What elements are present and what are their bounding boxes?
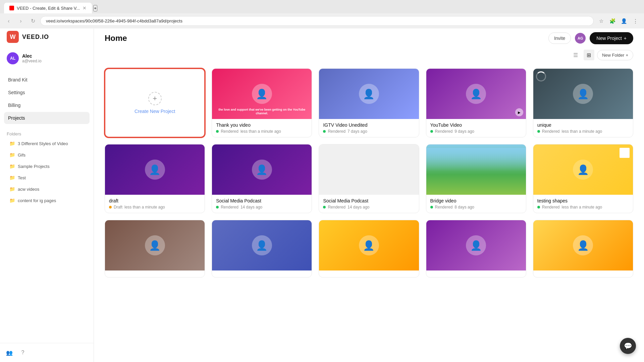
header-actions: Invite AG New Project + xyxy=(548,32,633,44)
play-icon: ▶ xyxy=(515,108,523,116)
project-card-row3b[interactable]: 👤 xyxy=(212,220,312,278)
project-status: Rendered xyxy=(542,205,560,209)
project-info: testing shapes Rendered less than a minu… xyxy=(533,195,633,213)
folder-3-styles[interactable]: 📁 3 Different Styles of Video xyxy=(3,138,91,149)
project-thumb-thankyou: 👤 the love and support that we've been g… xyxy=(212,69,312,119)
project-card-row3d[interactable]: 👤 xyxy=(426,220,526,278)
folder-icon: 📁 xyxy=(9,152,15,158)
chat-widget[interactable]: 💬 xyxy=(620,338,636,354)
project-time: 7 days ago xyxy=(347,129,367,134)
bookmark-icon[interactable]: ☆ xyxy=(596,16,606,26)
sidebar-item-settings[interactable]: Settings xyxy=(4,86,90,99)
project-card-youtube[interactable]: 👤 ▶ YouTube Video Rendered 9 days ago xyxy=(426,68,526,137)
project-meta: Rendered less than a minute ago xyxy=(537,129,629,134)
menu-icon[interactable]: ⋮ xyxy=(631,16,640,26)
project-name: Bridge video xyxy=(430,198,522,203)
project-thumb-testing: 👤 xyxy=(533,144,633,195)
project-card-row3c[interactable]: 👤 xyxy=(319,220,419,278)
new-project-label: New Project xyxy=(596,36,622,41)
tab-favicon xyxy=(9,6,14,10)
folder-content-ig[interactable]: 📁 content for ig pages xyxy=(3,195,91,206)
new-folder-button[interactable]: New Folder + xyxy=(597,50,633,60)
active-tab[interactable]: VEED - Create, Edit & Share V... ✕ xyxy=(4,3,92,13)
tab-close-btn[interactable]: ✕ xyxy=(83,5,87,11)
folder-test[interactable]: 📁 Test xyxy=(3,172,91,183)
user-info[interactable]: AL Alec a@veed.io xyxy=(0,48,94,68)
face-placeholder: 👤 xyxy=(145,235,165,255)
folder-icon: 📁 xyxy=(9,198,15,203)
list-view-btn[interactable]: ☰ xyxy=(570,50,581,60)
folder-gifs[interactable]: 📁 Gifs xyxy=(3,149,91,160)
project-meta: Rendered 7 days ago xyxy=(323,129,415,134)
url-text: veed.io/workspaces/90c06f58-226e-4945-98… xyxy=(46,18,182,23)
project-card-unique[interactable]: 👤 unique Rendered less than a minute ago xyxy=(533,68,633,137)
project-card-bridge[interactable]: Bridge video Rendered 8 days ago xyxy=(426,144,526,213)
project-info: Social Media Podcast Rendered 14 days ag… xyxy=(319,195,419,213)
project-info xyxy=(533,270,633,277)
sidebar-bottom: 👥 ? xyxy=(0,343,94,362)
sidebar-item-projects[interactable]: Projects xyxy=(4,112,90,124)
project-time: less than a minute ago xyxy=(240,129,281,134)
project-card-row3e[interactable]: 👤 xyxy=(533,220,633,278)
status-dot xyxy=(216,130,219,133)
new-tab-button[interactable]: + xyxy=(93,5,97,11)
project-card-thankyou[interactable]: 👤 the love and support that we've been g… xyxy=(212,68,312,137)
avatar: AL xyxy=(7,52,19,64)
status-dot xyxy=(216,206,219,208)
extensions-icon[interactable]: 🧩 xyxy=(608,16,617,26)
create-new-project-card[interactable]: + Create New Project xyxy=(105,68,205,137)
project-status: Rendered xyxy=(435,129,453,134)
invite-button[interactable]: Invite xyxy=(548,33,571,44)
project-card-igtv[interactable]: 👤 IGTV Video Unedited Rendered 7 days ag… xyxy=(319,68,419,137)
reload-button[interactable]: ↻ xyxy=(28,16,38,26)
project-status: Draft xyxy=(114,205,122,209)
grid-view-btn[interactable]: ⊞ xyxy=(584,50,594,60)
user-name: Alec xyxy=(22,53,42,59)
toolbar: ☰ ⊞ New Folder + xyxy=(94,50,644,66)
folder-acw-videos[interactable]: 📁 acw videos xyxy=(3,184,91,194)
status-dot xyxy=(430,206,433,208)
project-status: Rendered xyxy=(328,205,345,209)
main-content: Home Invite AG New Project + ☰ ⊞ New Fol… xyxy=(94,24,644,362)
status-dot xyxy=(430,130,433,133)
user-details: Alec a@veed.io xyxy=(22,53,42,63)
project-status: Rendered xyxy=(542,129,560,134)
status-dot xyxy=(537,130,540,133)
project-name: testing shapes xyxy=(537,198,629,203)
project-card-draft[interactable]: 👤 draft Draft less than a minute ago xyxy=(105,144,205,213)
face-placeholder: 👤 xyxy=(466,235,486,255)
app-wrapper: W VEED.IO AL Alec a@veed.io Brand Kit Se… xyxy=(0,0,644,362)
project-card-social2[interactable]: Social Media Podcast Rendered 14 days ag… xyxy=(319,144,419,213)
tab-title: VEED - Create, Edit & Share V... xyxy=(17,6,80,11)
project-card-social1[interactable]: 👤 Social Media Podcast Rendered 14 days … xyxy=(212,144,312,213)
help-icon[interactable]: ? xyxy=(17,347,28,358)
back-button[interactable]: ‹ xyxy=(4,16,13,26)
project-name: unique xyxy=(537,122,629,128)
sidebar-nav: Brand Kit Settings Billing Projects xyxy=(0,71,94,127)
team-icon[interactable]: 👥 xyxy=(4,347,15,358)
projects-grid: + Create New Project 👤 the love and supp… xyxy=(94,66,644,288)
project-card-testing[interactable]: 👤 testing shapes Rendered less than a mi… xyxy=(533,144,633,213)
user-email: a@veed.io xyxy=(22,59,42,63)
project-info: IGTV Video Unedited Rendered 7 days ago xyxy=(319,119,419,137)
new-project-button[interactable]: New Project + xyxy=(590,32,633,44)
forward-button[interactable]: › xyxy=(16,16,25,26)
project-thumb-social1: 👤 xyxy=(212,144,312,195)
project-card-row3a[interactable]: 👤 xyxy=(105,220,205,278)
folder-label: Gifs xyxy=(18,153,25,158)
sidebar-item-billing[interactable]: Billing xyxy=(4,99,90,111)
project-meta: Rendered 14 days ago xyxy=(216,205,308,209)
status-dot xyxy=(537,206,540,208)
folder-icon: 📁 xyxy=(9,186,15,192)
project-info: draft Draft less than a minute ago xyxy=(105,195,205,213)
project-thumb-row3c: 👤 xyxy=(319,220,419,270)
project-time: less than a minute ago xyxy=(562,129,602,134)
face-placeholder: 👤 xyxy=(573,84,593,104)
url-bar[interactable]: veed.io/workspaces/90c06f58-226e-4945-98… xyxy=(40,16,594,26)
folder-icon: 📁 xyxy=(9,175,15,180)
sidebar-item-brand-kit[interactable]: Brand Kit xyxy=(4,74,90,86)
folder-sample-projects[interactable]: 📁 Sample Projects xyxy=(3,161,91,172)
profile-icon[interactable]: 👤 xyxy=(619,16,629,26)
project-info: Social Media Podcast Rendered 14 days ag… xyxy=(212,195,312,213)
face-placeholder: 👤 xyxy=(466,84,486,104)
